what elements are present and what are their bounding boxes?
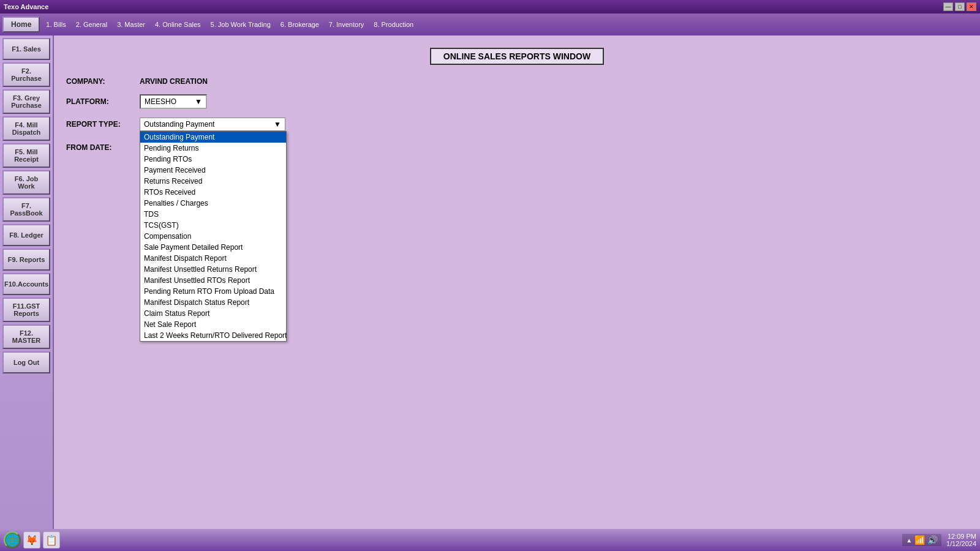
from-date-label: FROM DATE: [66,143,140,152]
platform-selected-value: MEESHO [145,97,176,106]
sidebar-f1-sales[interactable]: F1. Sales [2,38,50,60]
dropdown-option-payment-received[interactable]: Payment Received [140,165,286,176]
company-label: COMPANY: [66,77,140,86]
sidebar: F1. Sales F2. Purchase F3. Grey Purchase… [0,36,54,529]
system-tray: ▲ 📶 🔊 [902,534,941,546]
dropdown-option-tds[interactable]: TDS [140,209,286,220]
platform-label: PLATFORM: [66,97,140,106]
menu-master[interactable]: 3. Master [112,19,150,30]
home-button[interactable]: Home [2,17,40,32]
dropdown-option-manifest-unsettled-rtos[interactable]: Manifest Unsettled RTOs Report [140,275,286,286]
sidebar-f11-gst-reports[interactable]: F11.GST Reports [2,298,50,322]
company-row: COMPANY: ARVIND CREATION [66,77,968,86]
dropdown-option-manifest-dispatch-status[interactable]: Manifest Dispatch Status Report [140,297,286,308]
sidebar-f7-passbook[interactable]: F7. PassBook [2,197,50,222]
clock-date: 1/12/2024 [946,540,976,547]
sidebar-f9-reports[interactable]: F9. Reports [2,249,50,271]
sidebar-f8-ledger[interactable]: F8. Ledger [2,224,50,246]
sidebar-f2-purchase[interactable]: F2. Purchase [2,62,50,87]
taskbar-browser-icon[interactable]: 🦊 [23,531,40,549]
sidebar-f12-master[interactable]: F12. MASTER [2,324,50,349]
dropdown-option-rtos-received[interactable]: RTOs Received [140,187,286,198]
close-button[interactable]: ✕ [967,2,976,11]
menu-online-sales[interactable]: 4. Online Sales [150,19,206,30]
clock-time: 12:09 PM [946,533,976,540]
platform-dropdown-container: MEESHO ▼ [140,94,207,109]
window-controls[interactable]: — □ ✕ [943,2,976,11]
taskbar: 🌐 🦊 📋 ▲ 📶 🔊 12:09 PM 1/12/2024 [0,529,980,551]
dropdown-option-outstanding-payment[interactable]: Outstanding Payment [140,132,286,143]
dropdown-option-returns-received[interactable]: Returns Received [140,176,286,187]
title-bar: Texo Advance — □ ✕ [0,0,980,13]
content-area: ONLINE SALES REPORTS WINDOW COMPANY: ARV… [54,36,980,529]
company-value: ARVIND CREATION [140,77,208,86]
sidebar-f4-mill-dispatch[interactable]: F4. Mill Dispatch [2,116,50,141]
network-icon: 📶 [914,535,925,545]
menu-brokerage[interactable]: 6. Brokerage [276,19,324,30]
dropdown-option-claim-status[interactable]: Claim Status Report [140,308,286,319]
menu-general[interactable]: 2. General [71,19,112,30]
window-title-container: ONLINE SALES REPORTS WINDOW [66,48,968,65]
menu-job-work[interactable]: 5. Job Work Trading [206,19,276,30]
dropdown-arrow-icon: ▼ [274,120,281,129]
report-type-selected-text: Outstanding Payment [144,120,214,129]
sidebar-f6-job-work[interactable]: F6. Job Work [2,170,50,195]
dropdown-option-manifest-unsettled-returns[interactable]: Manifest Unsettled Returns Report [140,264,286,275]
menu-bills[interactable]: 1. Bills [41,19,70,30]
volume-icon: 🔊 [927,535,938,545]
sidebar-f10-accounts[interactable]: F10.Accounts [2,273,50,295]
app-title: Texo Advance [4,3,48,10]
maximize-button[interactable]: □ [955,2,965,11]
taskbar-app-icon[interactable]: 📋 [43,531,60,549]
platform-row: PLATFORM: MEESHO ▼ [66,94,968,109]
report-type-row: REPORT TYPE: Outstanding Payment ▼ Outst… [66,118,968,131]
report-type-select[interactable]: Outstanding Payment ▼ [140,118,285,131]
sidebar-f3-grey-purchase[interactable]: F3. Grey Purchase [2,89,50,114]
dropdown-option-manifest-dispatch[interactable]: Manifest Dispatch Report [140,253,286,264]
dropdown-option-last-2-weeks[interactable]: Last 2 Weeks Return/RTO Delivered Report [140,330,286,341]
system-clock: 12:09 PM 1/12/2024 [946,533,976,547]
tray-expand-icon[interactable]: ▲ [906,537,912,544]
sidebar-f5-mill-receipt[interactable]: F5. Mill Receipt [2,143,50,168]
dropdown-option-pending-returns[interactable]: Pending Returns [140,143,286,154]
dropdown-option-tcs-gst[interactable]: TCS(GST) [140,220,286,231]
report-type-dropdown-list: Outstanding Payment Pending Returns Pend… [140,131,287,342]
dropdown-option-compensation[interactable]: Compensation [140,231,286,242]
report-type-dropdown-container: Outstanding Payment ▼ Outstanding Paymen… [140,118,285,131]
main-layout: F1. Sales F2. Purchase F3. Grey Purchase… [0,36,980,529]
dropdown-option-penalties-charges[interactable]: Penalties / Charges [140,198,286,209]
report-type-label: REPORT TYPE: [66,120,140,129]
sidebar-log-out[interactable]: Log Out [2,351,50,373]
dropdown-option-pending-return-rto-upload[interactable]: Pending Return RTO From Upload Data [140,286,286,297]
platform-select[interactable]: MEESHO ▼ [140,94,207,109]
menu-inventory[interactable]: 7. Inventory [324,19,369,30]
taskbar-right: ▲ 📶 🔊 12:09 PM 1/12/2024 [902,533,976,547]
dropdown-option-net-sale[interactable]: Net Sale Report [140,319,286,330]
dropdown-option-pending-rtos[interactable]: Pending RTOs [140,154,286,165]
window-title: ONLINE SALES REPORTS WINDOW [430,48,604,65]
menu-bar: 1. Bills 2. General 3. Master 4. Online … [40,13,420,36]
platform-dropdown-arrow: ▼ [195,97,202,106]
start-button[interactable]: 🌐 [4,531,21,549]
menu-production[interactable]: 8. Production [369,19,418,30]
minimize-button[interactable]: — [943,2,953,11]
dropdown-option-sale-payment-detailed[interactable]: Sale Payment Detailed Report [140,242,286,253]
